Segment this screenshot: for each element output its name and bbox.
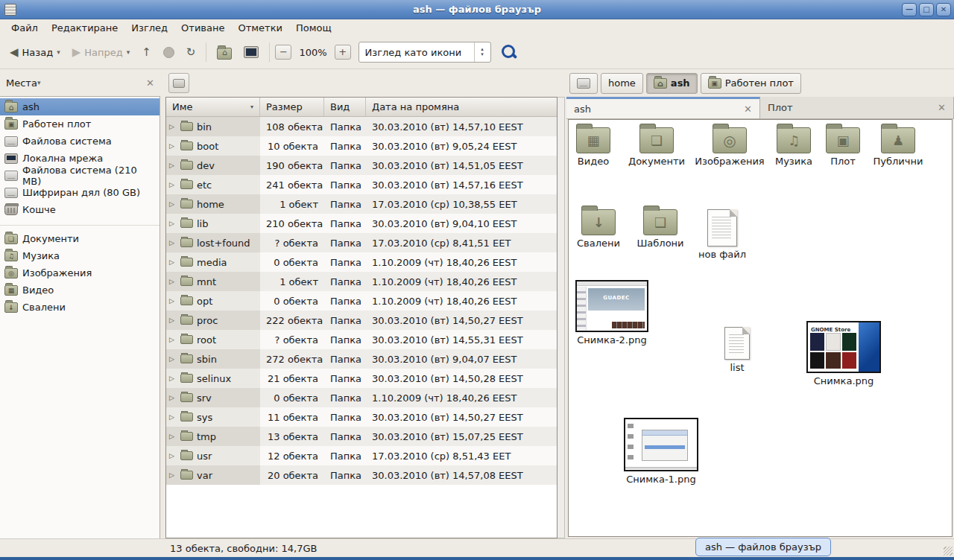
table-row[interactable]: ▷ boot 10 обекта Папка 30.03.2010 (вт) 9… xyxy=(166,136,557,156)
table-row[interactable]: ▷ root ? обекта Папка 30.03.2010 (вт) 14… xyxy=(166,330,557,349)
back-button[interactable]: ◀ Назад ▾ xyxy=(4,42,66,63)
table-row[interactable]: ▷ srv 0 обекта Папка 1.10.2009 (чт) 18,4… xyxy=(166,388,557,407)
table-row[interactable]: ▷ home 1 обект Папка 17.03.2010 (ср) 10,… xyxy=(166,194,557,214)
menu-item[interactable]: Файл xyxy=(4,21,45,35)
menu-item[interactable]: Изглед xyxy=(124,21,174,35)
icon-view-item[interactable]: GUADEC GNOME Store Свалени xyxy=(570,209,627,249)
path-root-button[interactable] xyxy=(569,73,598,94)
places-dropdown-icon[interactable]: ▾ xyxy=(37,79,41,86)
sidebar-folder-item[interactable]: Видео xyxy=(0,281,159,299)
sidebar-folder-item[interactable]: Музика xyxy=(0,247,159,264)
expander-icon[interactable]: ▷ xyxy=(169,258,177,266)
icon-view-item[interactable]: GUADEC GNOME Store Публични xyxy=(867,127,929,168)
sidebar-folder-item[interactable]: Изображения xyxy=(0,264,159,281)
icon-view-item[interactable]: GUADEC GNOME Store Музика xyxy=(767,127,821,168)
close-button[interactable]: ✕ xyxy=(936,3,951,16)
maximize-button[interactable]: □ xyxy=(919,3,934,16)
expander-icon[interactable]: ▷ xyxy=(169,413,177,421)
tab[interactable]: Плот ✕ xyxy=(760,97,954,118)
icon-view-item[interactable]: GUADEC GNOME Store list xyxy=(715,327,759,374)
expander-icon[interactable]: ▷ xyxy=(169,278,177,285)
pane-splitter[interactable] xyxy=(160,69,165,538)
column-header-name[interactable]: Име ▾ xyxy=(166,98,260,116)
menu-item[interactable]: Отиване xyxy=(174,21,231,35)
sidebar-folder-item[interactable]: Документи xyxy=(0,230,159,247)
expander-icon[interactable]: ▷ xyxy=(169,433,177,440)
sidebar-place-item[interactable]: ash xyxy=(0,98,159,115)
table-row[interactable]: ▷ media 0 обекта Папка 1.10.2009 (чт) 18… xyxy=(166,252,557,272)
icon-view-item[interactable]: GUADEC GNOME Store Снимка.png xyxy=(803,321,885,387)
tree-scrollbar[interactable] xyxy=(557,97,565,538)
icon-view-item[interactable]: GUADEC GNOME Store Снимка-2.png xyxy=(573,280,651,346)
table-row[interactable]: ▷ mnt 1 обект Папка 1.10.2009 (чт) 18,40… xyxy=(166,272,557,291)
sidebar-place-item[interactable]: Файлова система (210 MB) xyxy=(0,167,159,184)
expander-icon[interactable]: ▷ xyxy=(169,375,177,382)
sidebar-folder-item[interactable]: Свалени xyxy=(0,299,159,316)
sidebar-close-icon[interactable]: ✕ xyxy=(146,77,154,89)
stop-button[interactable] xyxy=(158,43,180,62)
column-header-type[interactable]: Вид xyxy=(324,98,366,116)
tab-close-icon[interactable]: ✕ xyxy=(744,104,752,115)
expander-icon[interactable]: ▷ xyxy=(169,471,177,479)
table-row[interactable]: ▷ opt 0 обекта Папка 1.10.2009 (чт) 18,4… xyxy=(166,291,557,311)
table-row[interactable]: ▷ sbin 272 обекта Папка 30.03.2010 (вт) … xyxy=(166,349,557,369)
minimize-button[interactable]: — xyxy=(902,3,917,16)
icon-view-item[interactable]: GUADEC GNOME Store Плот xyxy=(819,127,867,168)
column-header-size[interactable]: Размер xyxy=(260,98,324,116)
menu-item[interactable]: Помощ xyxy=(289,21,338,35)
icon-view-item[interactable]: GUADEC GNOME Store Изображения xyxy=(694,127,765,168)
icon-view-item[interactable]: GUADEC GNOME Store Шаблони xyxy=(631,209,689,249)
tab[interactable]: ash ✕ xyxy=(566,97,760,118)
combo-spinner-icon[interactable]: ▴▾ xyxy=(474,42,490,62)
column-header-date[interactable]: Дата на промяна xyxy=(366,98,557,116)
home-button[interactable] xyxy=(212,42,237,63)
expander-icon[interactable]: ▷ xyxy=(169,297,177,305)
expander-icon[interactable]: ▷ xyxy=(169,162,177,169)
tab-close-icon[interactable]: ✕ xyxy=(938,102,946,113)
table-row[interactable]: ▷ usr 12 обекта Папка 17.03.2010 (ср) 8,… xyxy=(166,446,557,465)
table-row[interactable]: ▷ bin 108 обекта Папка 30.03.2010 (вт) 1… xyxy=(166,117,557,136)
icon-view-item[interactable]: GUADEC GNOME Store Снимка-1.png xyxy=(621,418,701,486)
icon-view-item[interactable]: GUADEC GNOME Store Документи xyxy=(622,127,691,168)
expander-icon[interactable]: ▷ xyxy=(169,220,177,227)
table-row[interactable]: ▷ lost+found ? обекта Папка 17.03.2010 (… xyxy=(166,233,557,252)
expander-icon[interactable]: ▷ xyxy=(169,394,177,401)
expander-icon[interactable]: ▷ xyxy=(169,316,177,324)
expander-icon[interactable]: ▷ xyxy=(169,123,177,130)
back-dropdown-icon[interactable]: ▾ xyxy=(57,48,60,56)
forward-dropdown-icon[interactable]: ▾ xyxy=(127,48,130,56)
table-row[interactable]: ▷ var 20 обекта Папка 30.03.2010 (вт) 14… xyxy=(166,465,557,485)
table-row[interactable]: ▷ proc 222 обекта Папка 30.03.2010 (вт) … xyxy=(166,311,557,330)
up-button[interactable]: ↑ xyxy=(136,42,157,63)
reload-button[interactable]: ↻ xyxy=(181,42,201,63)
menu-item[interactable]: Редактиране xyxy=(45,21,124,35)
expander-icon[interactable]: ▷ xyxy=(169,355,177,363)
table-row[interactable]: ▷ tmp 13 обекта Папка 30.03.2010 (вт) 15… xyxy=(166,427,557,446)
expander-icon[interactable]: ▷ xyxy=(169,239,177,246)
menu-item[interactable]: Отметки xyxy=(231,21,288,35)
view-mode-select[interactable]: Изглед като икони ▴▾ xyxy=(358,42,491,63)
extra-pane-button[interactable] xyxy=(168,73,189,93)
table-row[interactable]: ▷ dev 190 обекта Папка 30.03.2010 (вт) 1… xyxy=(166,156,557,175)
expander-icon[interactable]: ▷ xyxy=(169,181,177,188)
path-segment-button[interactable]: ash xyxy=(646,73,698,94)
zoom-out-button[interactable]: − xyxy=(275,45,291,60)
sidebar-place-item[interactable]: Шифриран дял (80 GB) xyxy=(0,184,159,201)
table-row[interactable]: ▷ etc 241 обекта Папка 30.03.2010 (вт) 1… xyxy=(166,175,557,194)
resize-grip[interactable] xyxy=(944,547,953,556)
icon-view-item[interactable]: GUADEC GNOME Store нов файл xyxy=(692,209,752,261)
sidebar-place-item[interactable]: Файлова система xyxy=(0,133,159,150)
path-segment-button[interactable]: Работен плот xyxy=(701,73,801,94)
table-row[interactable]: ▷ lib 210 обекта Папка 30.03.2010 (вт) 9… xyxy=(166,214,557,233)
sidebar-place-item[interactable]: Работен плот xyxy=(0,115,159,133)
icon-view-item[interactable]: GUADEC GNOME Store Видео xyxy=(569,127,618,168)
expander-icon[interactable]: ▷ xyxy=(169,336,177,343)
zoom-in-button[interactable]: + xyxy=(335,45,351,60)
places-selector[interactable]: Места xyxy=(6,77,37,89)
sidebar-place-item[interactable]: Кошче xyxy=(0,201,159,218)
search-button[interactable] xyxy=(500,43,518,61)
forward-button[interactable]: ▶ Напред ▾ xyxy=(67,42,136,63)
expander-icon[interactable]: ▷ xyxy=(169,452,177,459)
expander-icon[interactable]: ▷ xyxy=(169,142,177,150)
table-row[interactable]: ▷ sys 11 обекта Папка 30.03.2010 (вт) 14… xyxy=(166,407,557,427)
